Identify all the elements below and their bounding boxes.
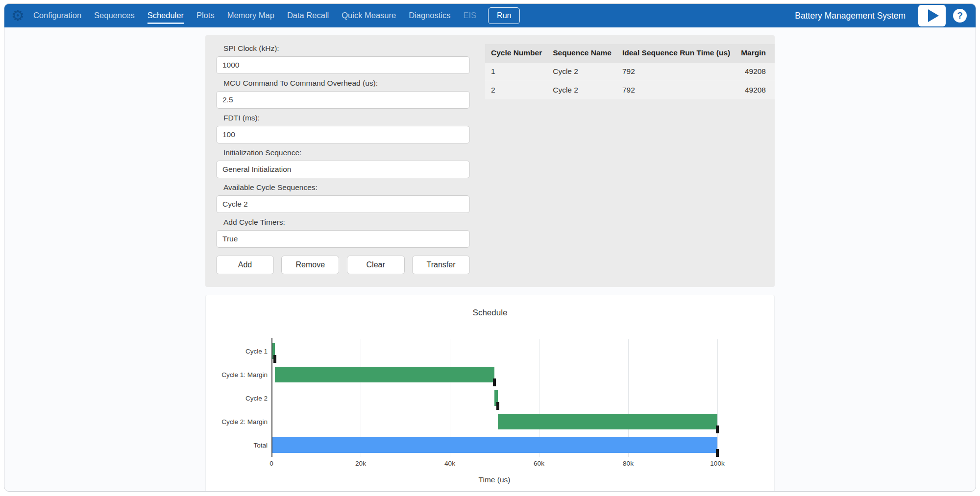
- transfer-button[interactable]: Transfer: [412, 256, 470, 274]
- y-tick-label: Cycle 2: [208, 386, 268, 410]
- col-ideal-run-time: Ideal Sequence Run Time (us): [616, 44, 735, 62]
- play-icon: [928, 9, 939, 22]
- cell-margin: 49208: [735, 81, 775, 99]
- x-tick-label: 0: [270, 460, 273, 467]
- clear-button[interactable]: Clear: [347, 256, 405, 274]
- nav-item-quick-measure[interactable]: Quick Measure: [342, 7, 396, 24]
- main-nav: Configuration Sequences Scheduler Plots …: [33, 7, 476, 24]
- run-button[interactable]: Run: [488, 7, 520, 24]
- nav-item-configuration[interactable]: Configuration: [33, 7, 81, 24]
- gridline: [717, 339, 718, 457]
- cell-ideal-run-time: 792: [616, 81, 735, 99]
- x-tick-label: 60k: [534, 460, 544, 467]
- nav-item-data-recall[interactable]: Data Recall: [287, 7, 329, 24]
- plot-area: 020k40k60k80k100k: [271, 339, 717, 457]
- nav-item-plots[interactable]: Plots: [196, 7, 215, 24]
- app-window: ⚙ Configuration Sequences Scheduler Plot…: [4, 3, 976, 492]
- play-button[interactable]: [918, 5, 946, 26]
- cycle-table-container: Cycle Number Sequence Name Ideal Sequenc…: [485, 44, 775, 274]
- bar-end-marker: [496, 402, 499, 410]
- field-spi-clock: SPI Clock (kHz):: [216, 44, 470, 74]
- form-button-row: Add Remove Clear Transfer: [216, 256, 470, 274]
- y-tick-label: Cycle 2: Margin: [208, 410, 268, 433]
- add-button[interactable]: Add: [216, 256, 274, 274]
- init-sequence-label: Initialization Sequence:: [216, 148, 470, 158]
- field-available-cycle-sequences: Available Cycle Sequences:: [216, 183, 470, 213]
- chart-title: Schedule: [206, 308, 774, 318]
- scheduler-panel: SPI Clock (kHz): MCU Command To Command …: [205, 35, 775, 287]
- x-tick-label: 20k: [355, 460, 366, 467]
- x-tick-label: 100k: [710, 460, 724, 467]
- scheduler-form: SPI Clock (kHz): MCU Command To Command …: [216, 44, 470, 274]
- chart-bar: [275, 367, 494, 382]
- bar-end-marker: [716, 425, 719, 433]
- fdti-input[interactable]: [216, 126, 470, 143]
- nav-item-sequences[interactable]: Sequences: [94, 7, 135, 24]
- x-tick-label: 40k: [444, 460, 455, 467]
- field-add-cycle-timers: Add Cycle Timers:: [216, 218, 470, 248]
- field-mcu-overhead: MCU Command To Command Overhead (us):: [216, 79, 470, 109]
- y-tick-label: Total: [208, 433, 268, 457]
- mcu-overhead-label: MCU Command To Command Overhead (us):: [216, 79, 470, 88]
- available-cycle-sequences-input[interactable]: [216, 195, 470, 213]
- top-nav-bar: ⚙ Configuration Sequences Scheduler Plot…: [4, 4, 976, 27]
- bar-end-marker: [493, 378, 496, 386]
- cell-cycle-number: 1: [485, 62, 547, 81]
- cell-cycle-number: 2: [485, 81, 547, 99]
- help-icon[interactable]: ?: [953, 9, 967, 23]
- table-row[interactable]: 2 Cycle 2 792 49208: [485, 81, 775, 99]
- bar-end-marker: [716, 449, 719, 457]
- nav-item-eis: EIS: [463, 7, 476, 24]
- cell-sequence-name: Cycle 2: [547, 81, 616, 99]
- spi-clock-input[interactable]: [216, 56, 470, 74]
- remove-button[interactable]: Remove: [281, 256, 339, 274]
- chart-bar: [498, 414, 717, 429]
- table-header-row: Cycle Number Sequence Name Ideal Sequenc…: [485, 44, 775, 62]
- bar-end-marker: [273, 355, 276, 363]
- col-margin: Margin: [735, 44, 775, 62]
- table-row[interactable]: 1 Cycle 2 792 49208: [485, 62, 775, 81]
- nav-item-scheduler[interactable]: Scheduler: [147, 7, 184, 24]
- nav-item-diagnostics[interactable]: Diagnostics: [409, 7, 450, 24]
- x-tick-label: 80k: [623, 460, 634, 467]
- add-cycle-timers-label: Add Cycle Timers:: [216, 218, 470, 227]
- x-axis-title: Time (us): [271, 475, 717, 484]
- nav-item-memory-map[interactable]: Memory Map: [227, 7, 274, 24]
- schedule-chart-card: Schedule Cycle 1Cycle 1: MarginCycle 2Cy…: [205, 295, 775, 492]
- available-cycle-sequences-label: Available Cycle Sequences:: [216, 183, 470, 192]
- init-sequence-input[interactable]: [216, 161, 470, 178]
- main-content: SPI Clock (kHz): MCU Command To Command …: [205, 35, 775, 492]
- field-fdti: FDTI (ms):: [216, 114, 470, 143]
- cell-sequence-name: Cycle 2: [547, 62, 616, 81]
- fdti-label: FDTI (ms):: [216, 114, 470, 123]
- cell-ideal-run-time: 792: [616, 62, 735, 81]
- y-axis-labels: Cycle 1Cycle 1: MarginCycle 2Cycle 2: Ma…: [208, 339, 271, 457]
- col-cycle-number: Cycle Number: [485, 44, 547, 62]
- mcu-overhead-input[interactable]: [216, 91, 470, 109]
- cycle-table: Cycle Number Sequence Name Ideal Sequenc…: [485, 44, 775, 99]
- settings-gear-icon[interactable]: ⚙: [11, 8, 24, 23]
- cell-margin: 49208: [735, 62, 775, 81]
- y-tick-label: Cycle 1: [208, 339, 268, 363]
- field-init-sequence: Initialization Sequence:: [216, 148, 470, 178]
- col-sequence-name: Sequence Name: [547, 44, 616, 62]
- schedule-chart: Cycle 1Cycle 1: MarginCycle 2Cycle 2: Ma…: [206, 339, 774, 457]
- app-title: Battery Management System: [795, 11, 906, 21]
- add-cycle-timers-input[interactable]: [216, 230, 470, 248]
- y-tick-label: Cycle 1: Margin: [208, 363, 268, 386]
- chart-bar: [271, 437, 717, 453]
- spi-clock-label: SPI Clock (kHz):: [216, 44, 470, 53]
